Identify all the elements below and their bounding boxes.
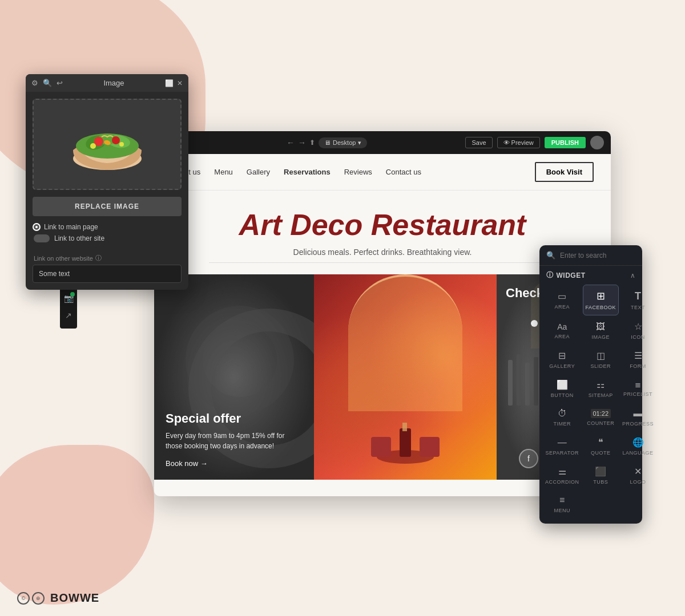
panel-options: Link to main page Link to other site (26, 223, 188, 250)
widget-progress[interactable]: ▬ PROGRESS (620, 404, 656, 431)
nav-contact[interactable]: Contact us (386, 168, 421, 176)
book-now-link[interactable]: Book now → (166, 459, 208, 468)
nav-reservations[interactable]: Reservations (284, 168, 331, 176)
bowwe-logo: BOWWE (50, 591, 99, 605)
language-icon: 🌐 (632, 437, 644, 448)
minimize-icon[interactable]: ⬜ (165, 79, 174, 87)
panel-title: Image (67, 79, 160, 87)
svg-point-8 (90, 143, 96, 149)
widget-text[interactable]: T TEXT (620, 285, 656, 315)
widget-grid: ▭ AREA ⊞ FACEBOOK T TEXT Aa AREA 🖼 IMAGE… (539, 285, 642, 518)
special-offer-title: Special offer (166, 411, 303, 426)
widget-language[interactable]: 🌐 LANGUAGE (620, 432, 656, 460)
user-avatar[interactable] (590, 136, 604, 149)
widget-separator[interactable]: — SEPARATOR (543, 432, 582, 460)
save-button[interactable]: Save (465, 137, 492, 148)
widget-tubs[interactable]: ⬛ TUBS (583, 461, 619, 489)
browser-center-controls: ← → ⬆ 🖥 Desktop ▾ (194, 137, 460, 148)
counter-icon: 01:22 (591, 409, 611, 418)
separator-icon: — (558, 437, 567, 448)
form-icon: ☰ (634, 350, 642, 361)
device-label: Desktop (333, 139, 356, 146)
widget-facebook[interactable]: ⊞ FACEBOOK (583, 285, 619, 315)
nav-gallery[interactable]: Gallery (247, 168, 270, 176)
panel-image-area (33, 99, 182, 190)
sidebar-instagram-icon[interactable]: 📷 (60, 290, 77, 307)
widget-gallery[interactable]: ⊟ GALLERY (543, 346, 582, 374)
widget-search-input[interactable] (560, 252, 646, 260)
cc-icon-2: ⊕ (32, 592, 45, 605)
interior-svg (354, 411, 457, 468)
widget-menu[interactable]: ≡ MENU (543, 491, 582, 518)
slider-icon: ◫ (597, 350, 605, 361)
nav-reviews[interactable]: Reviews (344, 168, 372, 176)
arch-window (348, 274, 462, 411)
widget-icon-item[interactable]: ☆ ICON (620, 317, 656, 345)
main-container: ⚙ 🔍 ↩ Image ⬜ ✕ (0, 0, 685, 616)
widget-area-2[interactable]: Aa AREA (543, 317, 582, 345)
hero-divider (209, 262, 556, 263)
svg-point-9 (119, 142, 124, 147)
widget-form[interactable]: ☰ FORM (620, 346, 656, 374)
widget-pricelist[interactable]: ≣ PRICELIST (620, 375, 656, 403)
widget-search-icon: 🔍 (546, 251, 555, 260)
widget-image[interactable]: 🖼 IMAGE (583, 317, 619, 345)
link-main-option[interactable]: Link to main page (34, 223, 180, 231)
share-icon[interactable]: ⬆ (309, 139, 315, 147)
preview-button[interactable]: 👁 Preview (497, 137, 540, 148)
publish-button[interactable]: PUBLISH (545, 137, 586, 148)
svg-rect-16 (420, 437, 440, 457)
widget-area-1[interactable]: ▭ AREA (543, 285, 582, 315)
button-icon: ⬜ (557, 379, 568, 390)
info-circle-icon: ⓘ (546, 270, 554, 280)
logo-icon: ✕ (634, 466, 642, 477)
cc-icon-1: © (17, 592, 30, 605)
quote-icon: ❝ (598, 437, 603, 448)
collapse-icon[interactable]: ∧ (630, 271, 635, 279)
widget-button[interactable]: ⬜ BUTTON (543, 375, 582, 403)
pricelist-icon: ≣ (635, 380, 641, 389)
book-visit-button[interactable]: Book Visit (535, 162, 594, 182)
close-icon[interactable]: ✕ (177, 79, 183, 87)
cc-icons: © ⊕ (17, 592, 45, 605)
undo-icon[interactable]: ↩ (57, 79, 63, 87)
sidebar-share-icon[interactable]: ↗ (60, 307, 77, 324)
left-sidebar: 📷 ↗ (60, 285, 77, 329)
replace-image-button[interactable]: REPLACE IMAGE (33, 197, 182, 216)
image-widget-icon: 🖼 (596, 322, 605, 332)
widget-sitemap[interactable]: ⚏ SITEMAP (583, 375, 619, 403)
chevron-down-icon: ▾ (358, 139, 361, 147)
widget-counter[interactable]: 01:22 COUNTER (583, 404, 619, 431)
nav-menu[interactable]: Menu (214, 168, 233, 176)
facebook-social-icon[interactable]: f (519, 449, 538, 468)
card-special-offer: Special offer Every day from 9am to 4pm … (154, 274, 314, 480)
device-selector[interactable]: 🖥 Desktop ▾ (319, 137, 367, 148)
widget-logo[interactable]: ✕ LOGO (620, 461, 656, 489)
link-on-other-input[interactable] (33, 265, 182, 283)
browser-toolbar: ← → ⬆ 🖥 Desktop ▾ Save 👁 Preview PUBLISH (154, 131, 611, 154)
widget-timer[interactable]: ⏱ TIMER (543, 404, 582, 431)
menu-icon: ≡ (559, 495, 565, 505)
widget-accordion[interactable]: ⚌ ACCORDION (543, 461, 582, 489)
eye-icon: 👁 (503, 139, 510, 146)
special-offer-desc: Every day from 9am to 4pm 15% off for th… (166, 431, 303, 451)
area2-icon: Aa (557, 322, 567, 331)
svg-rect-14 (400, 428, 411, 457)
back-arrow[interactable]: ← (287, 138, 295, 147)
icon-widget-icon: ☆ (634, 321, 642, 332)
panel-titlebar: ⚙ 🔍 ↩ Image ⬜ ✕ (26, 74, 188, 92)
area1-icon: ▭ (558, 291, 566, 302)
widget-slider[interactable]: ◫ SLIDER (583, 346, 619, 374)
salad-bowl-image (67, 107, 147, 181)
forward-arrow[interactable]: → (298, 138, 306, 147)
bottom-bar: © ⊕ BOWWE (17, 591, 99, 605)
widget-quote[interactable]: ❝ QUOTE (583, 432, 619, 460)
text-icon: T (635, 290, 641, 302)
browser-right-actions: Save 👁 Preview PUBLISH (465, 136, 604, 149)
search-icon[interactable]: 🔍 (43, 79, 52, 87)
monitor-icon: 🖥 (324, 139, 331, 146)
link-other-option[interactable]: Link to other site (34, 234, 180, 242)
widget-section-title: ⓘ WIDGET (546, 270, 586, 280)
location-pin (531, 320, 538, 327)
settings-icon[interactable]: ⚙ (31, 79, 38, 87)
